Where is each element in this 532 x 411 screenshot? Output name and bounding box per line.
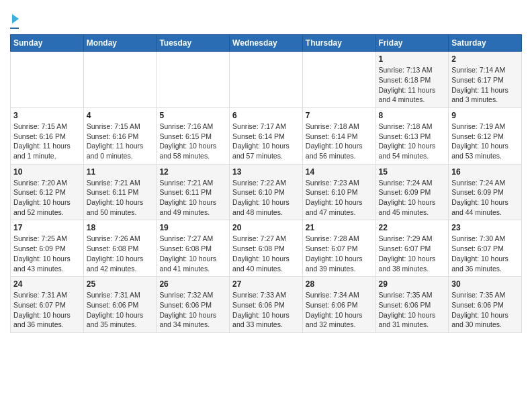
day-info: Sunrise: 7:21 AM Sunset: 6:11 PM Dayligh… bbox=[159, 178, 226, 218]
day-info: Sunrise: 7:24 AM Sunset: 6:09 PM Dayligh… bbox=[451, 178, 519, 218]
day-number: 28 bbox=[306, 279, 373, 289]
weekday-header: Tuesday bbox=[157, 35, 230, 52]
calendar-cell: 28Sunrise: 7:34 AM Sunset: 6:06 PM Dayli… bbox=[302, 277, 375, 333]
calendar-cell: 17Sunrise: 7:25 AM Sunset: 6:09 PM Dayli… bbox=[11, 220, 84, 277]
calendar-cell: 9Sunrise: 7:19 AM Sunset: 6:12 PM Daylig… bbox=[449, 107, 522, 164]
calendar-cell bbox=[302, 52, 375, 108]
day-number: 18 bbox=[87, 223, 154, 232]
calendar-cell: 24Sunrise: 7:31 AM Sunset: 6:07 PM Dayli… bbox=[11, 277, 84, 333]
weekday-header: Monday bbox=[83, 35, 157, 52]
day-info: Sunrise: 7:23 AM Sunset: 6:10 PM Dayligh… bbox=[306, 178, 373, 218]
calendar-cell bbox=[230, 52, 303, 108]
day-info: Sunrise: 7:28 AM Sunset: 6:07 PM Dayligh… bbox=[306, 234, 373, 273]
day-number: 14 bbox=[306, 167, 373, 177]
calendar-cell bbox=[157, 52, 230, 108]
calendar-cell: 1Sunrise: 7:13 AM Sunset: 6:18 PM Daylig… bbox=[375, 52, 449, 108]
day-info: Sunrise: 7:30 AM Sunset: 6:07 PM Dayligh… bbox=[451, 234, 519, 273]
day-number: 21 bbox=[306, 223, 373, 232]
calendar-cell: 23Sunrise: 7:30 AM Sunset: 6:07 PM Dayli… bbox=[449, 220, 522, 277]
calendar-cell: 7Sunrise: 7:18 AM Sunset: 6:14 PM Daylig… bbox=[302, 107, 375, 164]
calendar-cell: 11Sunrise: 7:21 AM Sunset: 6:11 PM Dayli… bbox=[83, 164, 157, 220]
day-number: 25 bbox=[87, 279, 154, 289]
calendar-week-row: 10Sunrise: 7:20 AM Sunset: 6:12 PM Dayli… bbox=[11, 164, 522, 220]
day-info: Sunrise: 7:14 AM Sunset: 6:17 PM Dayligh… bbox=[451, 65, 519, 105]
day-info: Sunrise: 7:35 AM Sunset: 6:06 PM Dayligh… bbox=[379, 290, 446, 330]
day-number: 9 bbox=[451, 111, 519, 120]
calendar-cell: 29Sunrise: 7:35 AM Sunset: 6:06 PM Dayli… bbox=[375, 277, 449, 333]
page-header bbox=[10, 7, 522, 29]
day-number: 10 bbox=[13, 167, 81, 177]
calendar-cell: 22Sunrise: 7:29 AM Sunset: 6:07 PM Dayli… bbox=[375, 220, 449, 277]
day-info: Sunrise: 7:31 AM Sunset: 6:07 PM Dayligh… bbox=[13, 290, 81, 330]
weekday-header: Sunday bbox=[11, 35, 84, 52]
day-info: Sunrise: 7:15 AM Sunset: 6:16 PM Dayligh… bbox=[13, 122, 81, 161]
day-number: 17 bbox=[13, 223, 81, 232]
day-number: 30 bbox=[451, 279, 519, 289]
day-info: Sunrise: 7:20 AM Sunset: 6:12 PM Dayligh… bbox=[13, 178, 81, 218]
calendar-week-row: 24Sunrise: 7:31 AM Sunset: 6:07 PM Dayli… bbox=[11, 277, 522, 333]
calendar-cell: 14Sunrise: 7:23 AM Sunset: 6:10 PM Dayli… bbox=[302, 164, 375, 220]
weekday-header: Friday bbox=[375, 35, 449, 52]
day-number: 5 bbox=[159, 111, 226, 120]
day-info: Sunrise: 7:13 AM Sunset: 6:18 PM Dayligh… bbox=[379, 65, 446, 105]
calendar-cell: 3Sunrise: 7:15 AM Sunset: 6:16 PM Daylig… bbox=[11, 107, 84, 164]
day-number: 16 bbox=[451, 167, 519, 177]
day-number: 15 bbox=[379, 167, 446, 177]
day-number: 23 bbox=[451, 223, 519, 232]
day-info: Sunrise: 7:17 AM Sunset: 6:14 PM Dayligh… bbox=[232, 122, 300, 161]
day-info: Sunrise: 7:26 AM Sunset: 6:08 PM Dayligh… bbox=[87, 234, 154, 273]
day-number: 12 bbox=[159, 167, 226, 177]
day-number: 20 bbox=[232, 223, 300, 232]
calendar-cell bbox=[11, 52, 84, 108]
day-info: Sunrise: 7:29 AM Sunset: 6:07 PM Dayligh… bbox=[379, 234, 446, 273]
calendar-cell: 21Sunrise: 7:28 AM Sunset: 6:07 PM Dayli… bbox=[302, 220, 375, 277]
day-info: Sunrise: 7:21 AM Sunset: 6:11 PM Dayligh… bbox=[87, 178, 154, 218]
day-info: Sunrise: 7:18 AM Sunset: 6:14 PM Dayligh… bbox=[306, 122, 373, 161]
calendar-cell: 6Sunrise: 7:17 AM Sunset: 6:14 PM Daylig… bbox=[230, 107, 303, 164]
logo bbox=[10, 10, 19, 29]
day-info: Sunrise: 7:24 AM Sunset: 6:09 PM Dayligh… bbox=[379, 178, 446, 218]
weekday-header: Saturday bbox=[449, 35, 522, 52]
day-number: 22 bbox=[379, 223, 446, 232]
day-number: 19 bbox=[159, 223, 226, 232]
calendar-cell: 4Sunrise: 7:15 AM Sunset: 6:16 PM Daylig… bbox=[83, 107, 157, 164]
calendar-week-row: 17Sunrise: 7:25 AM Sunset: 6:09 PM Dayli… bbox=[11, 220, 522, 277]
day-info: Sunrise: 7:18 AM Sunset: 6:13 PM Dayligh… bbox=[379, 122, 446, 161]
day-number: 26 bbox=[159, 279, 226, 289]
day-number: 27 bbox=[232, 279, 300, 289]
day-info: Sunrise: 7:34 AM Sunset: 6:06 PM Dayligh… bbox=[306, 290, 373, 330]
calendar-table: SundayMondayTuesdayWednesdayThursdayFrid… bbox=[10, 34, 522, 333]
calendar-week-row: 1Sunrise: 7:13 AM Sunset: 6:18 PM Daylig… bbox=[11, 52, 522, 108]
day-info: Sunrise: 7:27 AM Sunset: 6:08 PM Dayligh… bbox=[232, 234, 300, 273]
calendar-cell: 26Sunrise: 7:32 AM Sunset: 6:06 PM Dayli… bbox=[157, 277, 230, 333]
day-number: 4 bbox=[87, 111, 154, 120]
day-number: 2 bbox=[451, 54, 519, 64]
calendar-cell: 2Sunrise: 7:14 AM Sunset: 6:17 PM Daylig… bbox=[449, 52, 522, 108]
calendar-cell: 27Sunrise: 7:33 AM Sunset: 6:06 PM Dayli… bbox=[230, 277, 303, 333]
calendar-cell: 30Sunrise: 7:35 AM Sunset: 6:06 PM Dayli… bbox=[449, 277, 522, 333]
calendar-cell: 15Sunrise: 7:24 AM Sunset: 6:09 PM Dayli… bbox=[375, 164, 449, 220]
calendar-header-row: SundayMondayTuesdayWednesdayThursdayFrid… bbox=[11, 35, 522, 52]
day-info: Sunrise: 7:16 AM Sunset: 6:15 PM Dayligh… bbox=[159, 122, 226, 161]
day-info: Sunrise: 7:33 AM Sunset: 6:06 PM Dayligh… bbox=[232, 290, 300, 330]
day-info: Sunrise: 7:27 AM Sunset: 6:08 PM Dayligh… bbox=[159, 234, 226, 273]
calendar-cell: 16Sunrise: 7:24 AM Sunset: 6:09 PM Dayli… bbox=[449, 164, 522, 220]
day-number: 6 bbox=[232, 111, 300, 120]
day-number: 3 bbox=[13, 111, 81, 120]
day-info: Sunrise: 7:19 AM Sunset: 6:12 PM Dayligh… bbox=[451, 122, 519, 161]
calendar-week-row: 3Sunrise: 7:15 AM Sunset: 6:16 PM Daylig… bbox=[11, 107, 522, 164]
day-info: Sunrise: 7:35 AM Sunset: 6:06 PM Dayligh… bbox=[451, 290, 519, 330]
weekday-header: Wednesday bbox=[230, 35, 303, 52]
calendar-cell: 10Sunrise: 7:20 AM Sunset: 6:12 PM Dayli… bbox=[11, 164, 84, 220]
calendar-cell: 25Sunrise: 7:31 AM Sunset: 6:06 PM Dayli… bbox=[83, 277, 157, 333]
day-number: 8 bbox=[379, 111, 446, 120]
day-number: 7 bbox=[306, 111, 373, 120]
day-number: 29 bbox=[379, 279, 446, 289]
calendar-cell: 13Sunrise: 7:22 AM Sunset: 6:10 PM Dayli… bbox=[230, 164, 303, 220]
day-number: 13 bbox=[232, 167, 300, 177]
calendar-cell: 20Sunrise: 7:27 AM Sunset: 6:08 PM Dayli… bbox=[230, 220, 303, 277]
day-number: 1 bbox=[379, 54, 446, 64]
calendar-cell: 12Sunrise: 7:21 AM Sunset: 6:11 PM Dayli… bbox=[157, 164, 230, 220]
calendar-cell bbox=[83, 52, 157, 108]
calendar-cell: 18Sunrise: 7:26 AM Sunset: 6:08 PM Dayli… bbox=[83, 220, 157, 277]
